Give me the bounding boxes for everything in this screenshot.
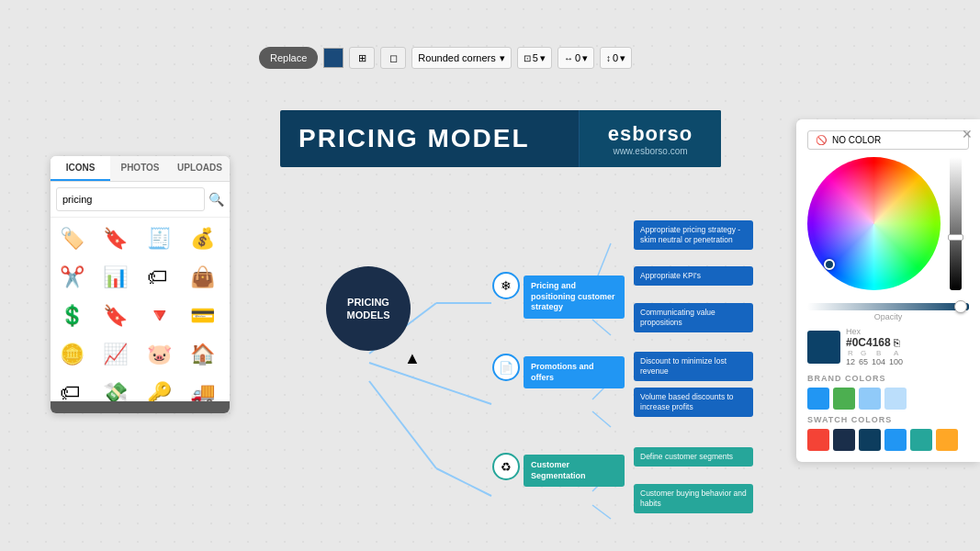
svg-line-7 <box>592 411 611 427</box>
brand-section: esborso www.esborso.com <box>579 110 721 167</box>
svg-line-5 <box>369 363 491 404</box>
search-bar: 🔍 <box>51 182 230 218</box>
color-preview[interactable] <box>807 331 840 364</box>
brand-color-swatch[interactable] <box>884 388 907 410</box>
branch1-icon: ❄ <box>492 272 520 299</box>
svg-line-9 <box>436 468 491 496</box>
swatch-color-item[interactable] <box>936 429 958 451</box>
branch1-leaf2[interactable]: Appropriate KPI's <box>634 266 753 286</box>
rgba-row: R 12 G 65 B 104 A 100 <box>846 349 969 366</box>
brand-colors-section: BRAND COLORS <box>807 374 969 410</box>
pricing-header: PRICING MODEL esborso www.esborso.com <box>280 110 721 167</box>
corners-select[interactable]: Rounded corners ▾ <box>411 47 511 69</box>
swatch-colors-section: SWATCH COLORS <box>807 415 969 451</box>
price-up[interactable]: 📈 <box>97 337 134 374</box>
replace-button[interactable]: Replace <box>259 47 318 69</box>
close-icon[interactable]: ✕ <box>962 127 973 141</box>
brightness-bar[interactable] <box>950 157 962 290</box>
chart-icon[interactable]: 📊 <box>97 260 134 297</box>
toolbar: Replace ⊞ ◻ Rounded corners ▾ ⊡ 5 ▾ ↔ 0 … <box>248 41 980 74</box>
brand-color-swatches <box>807 388 969 410</box>
svg-line-8 <box>369 381 436 468</box>
search-input[interactable] <box>56 187 205 211</box>
selection-icon[interactable]: ⊞ <box>349 47 375 69</box>
hex-section: Hex #0C4168 ⎘ R 12 G 65 B 104 <box>846 327 969 366</box>
tag-check[interactable]: 🔖 <box>97 298 134 335</box>
search-icon[interactable]: 🔍 <box>208 192 224 207</box>
hex-value[interactable]: #0C4168 <box>846 336 891 349</box>
wheel-overlay <box>807 157 941 290</box>
price-label[interactable]: 🔑 <box>141 376 178 401</box>
truck-icon[interactable]: 🚚 <box>185 376 221 401</box>
opacity-label: Opacity <box>807 312 969 321</box>
hex-label: Hex <box>846 327 969 336</box>
color-wheel-container[interactable] <box>807 157 963 299</box>
color-swatch-toolbar[interactable] <box>323 48 344 68</box>
brand-color-swatch[interactable] <box>807 388 829 410</box>
svg-line-11 <box>592 505 611 519</box>
house-price[interactable]: 🏠 <box>185 337 221 374</box>
width-control[interactable]: ↔ 0 ▾ <box>558 47 594 69</box>
sale-tag[interactable]: 🏷 <box>54 376 91 401</box>
color-picker-panel: ✕ 🚫 NO COLOR Opacity Hex #0C4168 ⎘ <box>796 119 980 462</box>
icons-panel: ICONS PHOTOS UPLOADS 🔍 🏷️🔖🧾💰✂️📊🏷👜💲🔖🔻💳🪙📈🐷… <box>51 156 230 413</box>
tab-photos[interactable]: PHOTOS <box>110 156 170 181</box>
cash-register[interactable]: 🧾 <box>141 221 178 258</box>
swatch-color-item[interactable] <box>807 429 829 451</box>
bag-icon[interactable]: 👜 <box>185 260 221 297</box>
brand-colors-label: BRAND COLORS <box>807 374 969 383</box>
height-control[interactable]: ↕ 0 ▾ <box>600 47 632 69</box>
opacity-bar-container[interactable] <box>807 303 969 310</box>
no-color-icon: 🚫 <box>816 135 827 145</box>
tag-icon[interactable]: 🏷 <box>141 260 178 297</box>
swatch-color-item[interactable] <box>833 429 855 451</box>
price-tag-red[interactable]: 🏷️ <box>54 221 91 258</box>
percent-icon[interactable]: ✂️ <box>54 260 91 297</box>
branch2-leaf1[interactable]: Discount to minimize lost revenue <box>634 352 753 381</box>
swatch-color-item[interactable] <box>884 429 907 451</box>
tab-uploads[interactable]: UPLOADS <box>170 156 230 181</box>
brightness-handle[interactable] <box>948 234 963 241</box>
discount-tag[interactable]: 💸 <box>97 376 134 401</box>
a-value-item: A 100 <box>889 349 903 366</box>
icons-grid: 🏷️🔖🧾💰✂️📊🏷👜💲🔖🔻💳🪙📈🐷🏠🏷💸🔑🚚 <box>51 218 230 401</box>
brand-url: www.esborso.com <box>613 146 687 156</box>
branch3-icon: ♻ <box>492 453 520 480</box>
coins-icon[interactable]: 💰 <box>185 221 221 258</box>
opacity-bar[interactable] <box>807 303 969 310</box>
branch3-leaf2[interactable]: Customer buying behavior and habits <box>634 484 753 513</box>
branch1-leaf1[interactable]: Appropriate pricing strategy - skim neut… <box>634 220 753 250</box>
copy-icon[interactable]: ⎘ <box>894 337 900 348</box>
brand-color-swatch[interactable] <box>859 388 881 410</box>
branch2-leaf2[interactable]: Volume based discounts to increase profi… <box>634 388 753 417</box>
swatch-color-item[interactable] <box>859 429 881 451</box>
price-tag-blue[interactable]: 🔖 <box>97 221 134 258</box>
color-value-row: Hex #0C4168 ⎘ R 12 G 65 B 104 <box>807 327 969 366</box>
branch2-icon: 📄 <box>492 354 520 381</box>
price-reduce[interactable]: 🔻 <box>141 298 178 335</box>
wallet-icon[interactable]: 💳 <box>185 298 221 335</box>
b-value-item: B 104 <box>872 349 885 366</box>
dollar-circle[interactable]: 💲 <box>54 298 91 335</box>
color-wheel[interactable] <box>807 157 941 290</box>
pricing-header-title: PRICING MODEL <box>280 124 579 153</box>
size-control[interactable]: ⊡ 5 ▾ <box>517 47 552 69</box>
swatch-color-item[interactable] <box>910 429 932 451</box>
brand-name: esborso <box>608 122 693 146</box>
wheel-dot[interactable] <box>824 259 835 270</box>
coin-gold[interactable]: 🪙 <box>54 337 91 374</box>
tab-icons[interactable]: ICONS <box>51 156 110 181</box>
branch1-leaf3[interactable]: Communicating value propositions <box>634 303 753 332</box>
g-value-item: G 65 <box>859 349 868 366</box>
brand-color-swatch[interactable] <box>833 388 855 410</box>
opacity-handle[interactable] <box>954 300 967 313</box>
no-color-button[interactable]: 🚫 NO COLOR <box>807 130 969 150</box>
r-value-item: R 12 <box>846 349 855 366</box>
branch3-label[interactable]: Customer Segmentation <box>524 455 625 487</box>
svg-line-4 <box>592 320 611 335</box>
piggy-bank[interactable]: 🐷 <box>141 337 178 374</box>
branch3-leaf1[interactable]: Define customer segments <box>634 447 753 467</box>
shape-icon[interactable]: ◻ <box>380 47 406 69</box>
branch1-label[interactable]: Pricing and positioning customer strateg… <box>524 276 625 319</box>
branch2-label[interactable]: Promotions and offers <box>524 356 625 388</box>
